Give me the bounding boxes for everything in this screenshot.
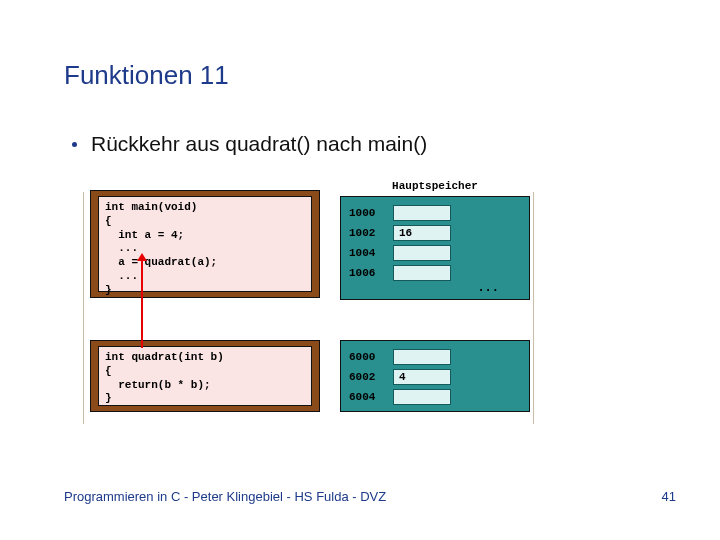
memory-cell <box>393 389 451 405</box>
memory-cell: 4 <box>393 369 451 385</box>
memory-ellipsis: ... <box>477 281 499 295</box>
memory-addr: 1006 <box>341 267 393 279</box>
memory-cell <box>393 265 451 281</box>
footer-text: Programmieren in C - Peter Klingebiel - … <box>64 489 386 504</box>
memory-addr: 1002 <box>341 227 393 239</box>
memory-row: 1000 <box>341 203 529 223</box>
return-arrow-icon <box>141 260 143 348</box>
memory-addr: 1004 <box>341 247 393 259</box>
memory-addr: 1000 <box>341 207 393 219</box>
bullet-line: Rückkehr aus quadrat() nach main() <box>72 132 427 156</box>
memory-row: 6002 4 <box>341 367 529 387</box>
vertical-rule-left <box>83 192 84 424</box>
memory-cell <box>393 349 451 365</box>
code-area: int main(void) { int a = 4; ... a = quad… <box>90 180 320 430</box>
memory-panel-top: 1000 1002 16 1004 1006 ... <box>340 196 530 300</box>
bullet-dot-icon <box>72 142 77 147</box>
memory-row: 1002 16 <box>341 223 529 243</box>
memory-row: 1004 <box>341 243 529 263</box>
memory-panel-bottom: 6000 6002 4 6004 <box>340 340 530 412</box>
memory-cell <box>393 245 451 261</box>
slide-title: Funktionen 11 <box>64 60 229 91</box>
memory-addr: 6000 <box>341 351 393 363</box>
memory-cell <box>393 205 451 221</box>
diagram-area: int main(void) { int a = 4; ... a = quad… <box>90 180 530 430</box>
memory-addr: 6004 <box>341 391 393 403</box>
page-number: 41 <box>662 489 676 504</box>
memory-cell: 16 <box>393 225 451 241</box>
memory-title: Hauptspeicher <box>340 180 530 192</box>
memory-addr: 6002 <box>341 371 393 383</box>
memory-area: Hauptspeicher 1000 1002 16 1004 1006 ... <box>340 180 530 430</box>
code-quadrat: int quadrat(int b) { return(b * b); } <box>98 346 312 406</box>
memory-row: 1006 <box>341 263 529 283</box>
memory-row: 6004 <box>341 387 529 407</box>
code-main: int main(void) { int a = 4; ... a = quad… <box>98 196 312 292</box>
bullet-text: Rückkehr aus quadrat() nach main() <box>91 132 427 156</box>
vertical-rule-right <box>533 192 534 424</box>
memory-row: 6000 <box>341 347 529 367</box>
